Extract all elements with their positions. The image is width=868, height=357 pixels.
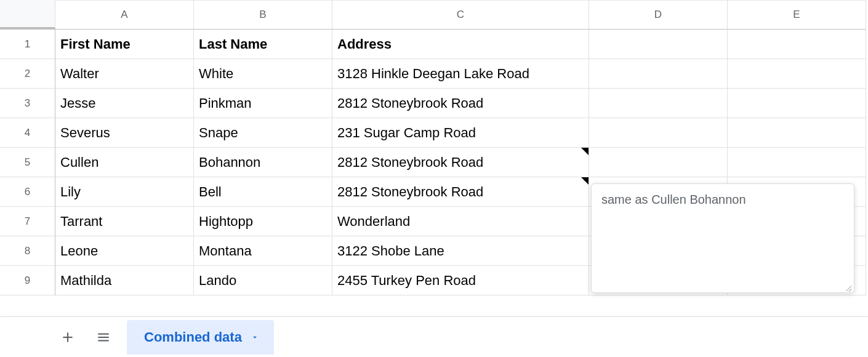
cell-c5[interactable]: 2812 Stoneybrook Road [332,148,589,177]
column-header-e[interactable]: E [728,0,866,30]
table-row: Walter White 3128 Hinkle Deegan Lake Roa… [55,59,866,89]
cell-b2[interactable]: White [194,59,332,89]
cell-d4[interactable] [589,118,728,148]
cell-a3[interactable]: Jesse [55,89,194,118]
cell-a9[interactable]: Mathilda [55,266,194,295]
column-header-b[interactable]: B [194,0,332,30]
row-headers: 1 2 3 4 5 6 7 8 9 [0,30,55,295]
cell-a1[interactable]: First Name [55,30,194,59]
sheet-tab-dropdown[interactable] [251,333,259,342]
resize-handle-icon[interactable] [843,281,851,290]
row-header-4[interactable]: 4 [0,118,55,148]
sheet-tab-label: Combined data [144,329,242,345]
cell-c4[interactable]: 231 Sugar Camp Road [332,118,589,148]
row-header-1[interactable]: 1 [0,30,55,59]
cell-d5[interactable] [589,148,728,177]
row-header-3[interactable]: 3 [0,89,55,118]
caret-down-icon [251,333,259,342]
add-sheet-button[interactable] [55,325,80,350]
column-header-a[interactable]: A [55,0,194,30]
row-header-2[interactable]: 2 [0,59,55,89]
row-header-7[interactable]: 7 [0,207,55,236]
column-headers: A B C D E [55,0,866,30]
cell-b5[interactable]: Bohannon [194,148,332,177]
all-sheets-button[interactable] [91,325,116,350]
cell-c3[interactable]: 2812 Stoneybrook Road [332,89,589,118]
cell-b6[interactable]: Bell [194,177,332,207]
note-indicator-icon[interactable] [581,148,589,155]
note-text: same as Cullen Bohannon [601,193,746,206]
cell-value: 2812 Stoneybrook Road [337,154,483,170]
plus-icon [60,329,76,345]
row-header-5[interactable]: 5 [0,148,55,177]
note-indicator-icon[interactable] [581,177,589,185]
cell-c7[interactable]: Wonderland [332,207,589,236]
cell-e4[interactable] [728,118,866,148]
cell-b4[interactable]: Snape [194,118,332,148]
cell-c6[interactable]: 2812 Stoneybrook Road [332,177,589,207]
cell-a7[interactable]: Tarrant [55,207,194,236]
table-row: First Name Last Name Address [55,30,866,59]
sheet-tab-active[interactable]: Combined data [127,320,274,355]
cell-a6[interactable]: Lily [55,177,194,207]
menu-icon [95,329,111,345]
cell-d2[interactable] [589,59,728,89]
cell-e3[interactable] [728,89,866,118]
table-row: Cullen Bohannon 2812 Stoneybrook Road [55,148,866,177]
column-header-c[interactable]: C [332,0,589,30]
cell-note-popup[interactable]: same as Cullen Bohannon [591,183,854,293]
cell-b8[interactable]: Montana [194,236,332,266]
cell-b1[interactable]: Last Name [194,30,332,59]
cell-a2[interactable]: Walter [55,59,194,89]
row-header-6[interactable]: 6 [0,177,55,207]
cell-c8[interactable]: 3122 Shobe Lane [332,236,589,266]
select-all-corner[interactable] [0,0,55,30]
cell-d1[interactable] [589,30,728,59]
cell-a4[interactable]: Severus [55,118,194,148]
cell-a8[interactable]: Leone [55,236,194,266]
table-row: Jesse Pinkman 2812 Stoneybrook Road [55,89,866,118]
cell-b3[interactable]: Pinkman [194,89,332,118]
row-header-9[interactable]: 9 [0,266,55,295]
cell-b7[interactable]: Hightopp [194,207,332,236]
row-header-8[interactable]: 8 [0,236,55,266]
cell-c9[interactable]: 2455 Turkey Pen Road [332,266,589,295]
cell-e2[interactable] [728,59,866,89]
cell-b9[interactable]: Lando [194,266,332,295]
cell-c2[interactable]: 3128 Hinkle Deegan Lake Road [332,59,589,89]
column-header-d[interactable]: D [589,0,728,30]
cell-a5[interactable]: Cullen [55,148,194,177]
cell-e5[interactable] [728,148,866,177]
cell-value: 2812 Stoneybrook Road [337,184,483,200]
cell-c1[interactable]: Address [332,30,589,59]
cell-e1[interactable] [728,30,866,59]
sheet-tab-bar: Combined data [0,316,868,357]
table-row: Severus Snape 231 Sugar Camp Road [55,118,866,148]
cell-d3[interactable] [589,89,728,118]
